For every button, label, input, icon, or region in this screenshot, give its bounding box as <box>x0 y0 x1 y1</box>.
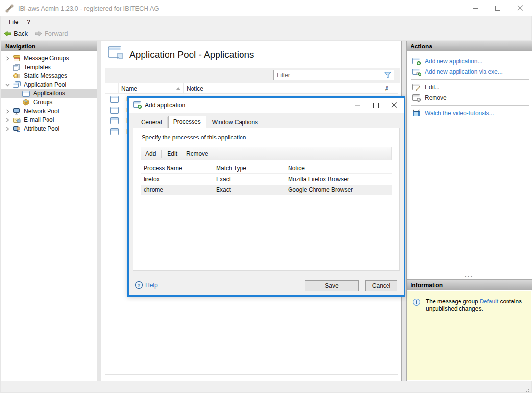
tab-general[interactable]: General <box>136 117 168 128</box>
panel-splitter-handle[interactable]: ••• <box>407 275 532 278</box>
toolbar-separator <box>161 150 162 158</box>
save-button[interactable]: Save <box>305 280 359 291</box>
actions-divider <box>411 105 529 106</box>
window-title: IBI-aws Admin 1.23.0 - registered for IB… <box>18 5 159 12</box>
actions-panel: Actions Add new application... Add new a… <box>406 41 532 279</box>
sort-ascending-icon <box>176 87 180 90</box>
filter-box <box>273 70 394 80</box>
maximize-icon <box>373 103 379 108</box>
nav-item-groups[interactable]: Groups <box>1 98 97 107</box>
svg-text:?: ? <box>138 283 141 288</box>
window-icon <box>110 107 119 114</box>
dialog-maximize-button[interactable] <box>366 98 385 113</box>
chevron-right-icon[interactable] <box>4 109 11 114</box>
navigation-panel: Navigation Message Groups Templates Stat… <box>1 41 97 381</box>
column-notice[interactable]: Notice <box>184 83 382 93</box>
action-remove[interactable]: Remove <box>407 92 532 103</box>
app-icon <box>5 4 14 13</box>
column-icon[interactable] <box>105 83 119 93</box>
message-groups-icon <box>13 55 21 62</box>
title-bar: IBI-aws Admin 1.23.0 - registered for IB… <box>0 0 532 16</box>
cancel-button[interactable]: Cancel <box>365 280 397 291</box>
templates-icon <box>13 64 21 71</box>
close-button[interactable] <box>509 0 532 16</box>
minimize-icon <box>473 8 478 9</box>
groups-icon <box>22 99 30 106</box>
process-row-firefox[interactable]: firefox Exact Mozilla Firefox Browser <box>141 174 392 185</box>
maximize-button[interactable] <box>486 0 509 16</box>
static-messages-icon <box>13 72 21 80</box>
column-name[interactable]: Name <box>119 83 184 93</box>
applications-icon <box>22 91 30 97</box>
action-add-new-application-via-exe[interactable]: Add new application via exe... <box>407 67 532 77</box>
menu-file[interactable]: File <box>4 17 23 27</box>
chevron-right-icon[interactable] <box>4 127 11 131</box>
processes-table-header: Process Name Match Type Notice <box>141 163 392 174</box>
action-edit[interactable]: Edit... <box>407 82 532 92</box>
network-pool-icon <box>13 108 21 115</box>
nav-toolbar: Back Forward <box>1 27 531 40</box>
information-body: The message group Default contains unpub… <box>407 291 531 380</box>
help-icon: ? <box>135 281 143 289</box>
info-icon <box>413 299 420 306</box>
column-count[interactable]: # <box>382 83 398 93</box>
minimize-icon <box>355 105 360 106</box>
processes-tab-page: Specify the processes of this applicatio… <box>133 128 400 271</box>
video-tutorials-icon <box>412 109 421 117</box>
window-icon <box>110 117 119 124</box>
information-panel: Information The message group Default co… <box>406 279 532 381</box>
column-match-type[interactable]: Match Type <box>213 163 285 173</box>
applications-table-header: Name Notice # <box>105 83 398 94</box>
nav-item-network-pool[interactable]: Network Pool <box>1 107 97 116</box>
remove-process-button[interactable]: Remove <box>182 149 213 159</box>
minimize-button[interactable] <box>464 0 486 16</box>
edit-process-button[interactable]: Edit <box>163 149 182 159</box>
actions-header: Actions <box>407 41 532 51</box>
process-row-chrome[interactable]: chrome Exact Google Chrome Browser <box>141 185 392 195</box>
filter-bar <box>105 68 400 83</box>
nav-item-attribute-pool[interactable]: Attribute Pool <box>1 124 97 133</box>
tab-window-captions[interactable]: Window Captions <box>207 117 263 128</box>
email-pool-icon <box>13 117 21 123</box>
nav-item-application-pool[interactable]: Application Pool <box>1 80 97 89</box>
action-watch-video-tutorials[interactable]: Watch the video-tutorials... <box>407 108 532 118</box>
dialog-minimize-button[interactable] <box>348 98 366 113</box>
application-pool-icon <box>13 81 21 88</box>
add-application-icon <box>412 58 421 65</box>
nav-item-email-pool[interactable]: E-mail Pool <box>1 116 97 124</box>
tab-processes[interactable]: Processes <box>168 116 206 128</box>
status-bar <box>1 381 531 392</box>
add-process-button[interactable]: Add <box>141 149 160 159</box>
maximize-icon <box>495 6 500 11</box>
forward-icon <box>35 31 42 37</box>
nav-item-static-messages[interactable]: Static Messages <box>1 71 97 80</box>
back-icon <box>4 31 11 37</box>
chevron-down-icon[interactable] <box>4 83 11 87</box>
add-application-exe-icon <box>412 69 421 76</box>
back-button[interactable]: Back <box>1 29 32 38</box>
chevron-right-icon[interactable] <box>4 56 11 61</box>
forward-button[interactable]: Forward <box>32 29 72 38</box>
add-application-dialog-icon <box>133 101 142 109</box>
action-add-new-application[interactable]: Add new application... <box>407 56 532 67</box>
nav-item-templates[interactable]: Templates <box>1 63 97 71</box>
filter-icon[interactable] <box>384 72 391 78</box>
chevron-right-icon[interactable] <box>4 118 11 122</box>
default-group-link[interactable]: Default <box>480 298 498 305</box>
nav-item-message-groups[interactable]: Message Groups <box>1 54 97 63</box>
column-notice[interactable]: Notice <box>285 163 392 173</box>
filter-input[interactable] <box>274 72 384 79</box>
nav-item-applications[interactable]: Applications <box>1 89 97 98</box>
dialog-title: Add application <box>145 102 185 109</box>
dialog-close-button[interactable] <box>385 98 404 113</box>
dialog-title-bar: Add application <box>129 98 404 113</box>
navigation-header: Navigation <box>1 41 97 51</box>
attribute-pool-icon <box>13 125 21 132</box>
resize-grip-icon[interactable] <box>528 389 529 390</box>
menu-help[interactable]: ? <box>23 17 35 27</box>
help-link[interactable]: ? Help <box>135 281 158 289</box>
processes-description: Specify the processes of this applicatio… <box>142 134 248 141</box>
column-process-name[interactable]: Process Name <box>141 163 213 173</box>
menu-bar: File ? <box>1 16 531 27</box>
page-title: Application Pool - Applications <box>129 49 254 60</box>
